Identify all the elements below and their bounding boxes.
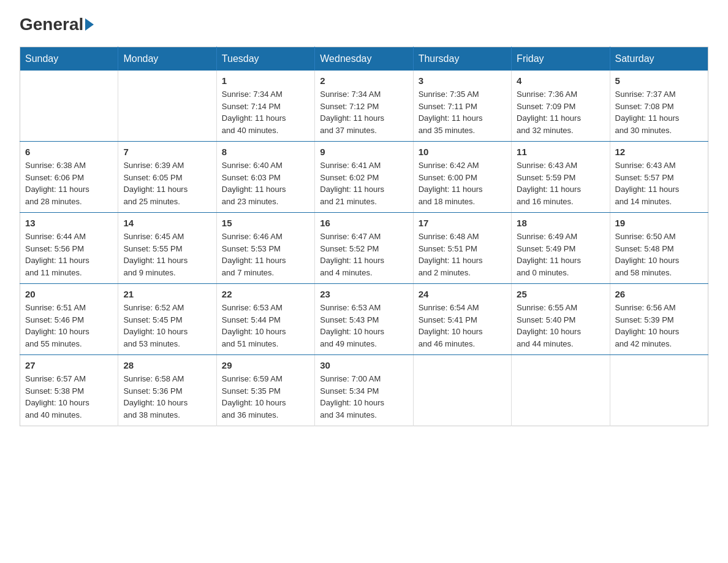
- day-info: Sunrise: 6:46 AM Sunset: 5:53 PM Dayligh…: [222, 231, 309, 278]
- day-number: 23: [320, 289, 408, 299]
- day-info: Sunrise: 7:37 AM Sunset: 7:08 PM Dayligh…: [615, 88, 703, 136]
- day-info: Sunrise: 6:53 AM Sunset: 5:44 PM Dayligh…: [222, 302, 309, 350]
- day-number: 7: [123, 147, 211, 157]
- day-number: 9: [320, 147, 408, 157]
- weekday-header-friday: Friday: [512, 47, 610, 71]
- day-info: Sunrise: 7:34 AM Sunset: 7:12 PM Dayligh…: [320, 88, 408, 136]
- day-number: 5: [615, 75, 703, 86]
- day-info: Sunrise: 6:41 AM Sunset: 6:02 PM Dayligh…: [320, 159, 408, 207]
- calendar-cell: 13Sunrise: 6:44 AM Sunset: 5:56 PM Dayli…: [20, 213, 118, 284]
- day-number: 4: [517, 75, 604, 86]
- day-number: 30: [320, 360, 408, 370]
- day-info: Sunrise: 6:52 AM Sunset: 5:45 PM Dayligh…: [123, 302, 211, 350]
- day-number: 13: [25, 218, 113, 228]
- day-info: Sunrise: 6:49 AM Sunset: 5:49 PM Dayligh…: [517, 231, 604, 278]
- day-number: 21: [123, 289, 211, 299]
- day-info: Sunrise: 7:34 AM Sunset: 7:14 PM Dayligh…: [222, 88, 309, 136]
- day-number: 27: [25, 360, 113, 370]
- calendar-cell: 4Sunrise: 7:36 AM Sunset: 7:09 PM Daylig…: [512, 71, 610, 142]
- calendar-cell: 20Sunrise: 6:51 AM Sunset: 5:46 PM Dayli…: [20, 284, 118, 355]
- day-number: 25: [517, 289, 604, 299]
- day-number: 19: [615, 218, 703, 228]
- calendar-table: SundayMondayTuesdayWednesdayThursdayFrid…: [20, 47, 708, 426]
- calendar-cell: 16Sunrise: 6:47 AM Sunset: 5:52 PM Dayli…: [315, 213, 413, 284]
- day-number: 1: [222, 75, 309, 86]
- calendar-cell: [413, 355, 511, 426]
- calendar-cell: 1Sunrise: 7:34 AM Sunset: 7:14 PM Daylig…: [216, 71, 314, 142]
- calendar-cell: 23Sunrise: 6:53 AM Sunset: 5:43 PM Dayli…: [315, 284, 413, 355]
- day-number: 12: [615, 147, 703, 157]
- calendar-week-row: 13Sunrise: 6:44 AM Sunset: 5:56 PM Dayli…: [20, 213, 708, 284]
- logo-general-text: General: [20, 15, 83, 34]
- day-number: 26: [615, 289, 703, 299]
- weekday-header-row: SundayMondayTuesdayWednesdayThursdayFrid…: [20, 47, 708, 71]
- day-number: 24: [419, 289, 506, 299]
- calendar-cell: [20, 71, 118, 142]
- calendar-cell: 3Sunrise: 7:35 AM Sunset: 7:11 PM Daylig…: [413, 71, 511, 142]
- weekday-header-wednesday: Wednesday: [315, 47, 413, 71]
- logo: General: [20, 15, 96, 34]
- day-info: Sunrise: 6:56 AM Sunset: 5:39 PM Dayligh…: [615, 302, 703, 350]
- calendar-week-row: 6Sunrise: 6:38 AM Sunset: 6:06 PM Daylig…: [20, 142, 708, 213]
- weekday-header-saturday: Saturday: [610, 47, 708, 71]
- day-number: 3: [419, 75, 506, 86]
- weekday-header-sunday: Sunday: [20, 47, 118, 71]
- calendar-week-row: 1Sunrise: 7:34 AM Sunset: 7:14 PM Daylig…: [20, 71, 708, 142]
- calendar-cell: 24Sunrise: 6:54 AM Sunset: 5:41 PM Dayli…: [413, 284, 511, 355]
- day-number: 29: [222, 360, 309, 370]
- calendar-week-row: 27Sunrise: 6:57 AM Sunset: 5:38 PM Dayli…: [20, 355, 708, 426]
- day-number: 14: [123, 218, 211, 228]
- calendar-cell: 18Sunrise: 6:49 AM Sunset: 5:49 PM Dayli…: [512, 213, 610, 284]
- calendar-cell: 30Sunrise: 7:00 AM Sunset: 5:34 PM Dayli…: [315, 355, 413, 426]
- calendar-week-row: 20Sunrise: 6:51 AM Sunset: 5:46 PM Dayli…: [20, 284, 708, 355]
- day-info: Sunrise: 7:35 AM Sunset: 7:11 PM Dayligh…: [419, 88, 506, 136]
- calendar-cell: 5Sunrise: 7:37 AM Sunset: 7:08 PM Daylig…: [610, 71, 708, 142]
- day-info: Sunrise: 6:40 AM Sunset: 6:03 PM Dayligh…: [222, 159, 309, 207]
- weekday-header-monday: Monday: [118, 47, 216, 71]
- calendar-cell: 11Sunrise: 6:43 AM Sunset: 5:59 PM Dayli…: [512, 142, 610, 213]
- day-info: Sunrise: 6:45 AM Sunset: 5:55 PM Dayligh…: [123, 231, 211, 278]
- day-info: Sunrise: 6:53 AM Sunset: 5:43 PM Dayligh…: [320, 302, 408, 350]
- day-number: 17: [419, 218, 506, 228]
- day-number: 22: [222, 289, 309, 299]
- day-info: Sunrise: 6:59 AM Sunset: 5:35 PM Dayligh…: [222, 373, 309, 421]
- day-info: Sunrise: 6:42 AM Sunset: 6:00 PM Dayligh…: [419, 159, 506, 207]
- day-info: Sunrise: 6:50 AM Sunset: 5:48 PM Dayligh…: [615, 231, 703, 278]
- weekday-header-tuesday: Tuesday: [216, 47, 314, 71]
- calendar-cell: 27Sunrise: 6:57 AM Sunset: 5:38 PM Dayli…: [20, 355, 118, 426]
- day-info: Sunrise: 6:44 AM Sunset: 5:56 PM Dayligh…: [25, 231, 113, 278]
- day-number: 20: [25, 289, 113, 299]
- day-number: 18: [517, 218, 604, 228]
- day-info: Sunrise: 6:54 AM Sunset: 5:41 PM Dayligh…: [419, 302, 506, 350]
- day-number: 11: [517, 147, 604, 157]
- page-header: General: [20, 15, 708, 34]
- weekday-header-thursday: Thursday: [413, 47, 511, 71]
- calendar-cell: 9Sunrise: 6:41 AM Sunset: 6:02 PM Daylig…: [315, 142, 413, 213]
- calendar-cell: 28Sunrise: 6:58 AM Sunset: 5:36 PM Dayli…: [118, 355, 216, 426]
- calendar-cell: 14Sunrise: 6:45 AM Sunset: 5:55 PM Dayli…: [118, 213, 216, 284]
- calendar-cell: 6Sunrise: 6:38 AM Sunset: 6:06 PM Daylig…: [20, 142, 118, 213]
- calendar-cell: 29Sunrise: 6:59 AM Sunset: 5:35 PM Dayli…: [216, 355, 314, 426]
- calendar-cell: [118, 71, 216, 142]
- day-number: 10: [419, 147, 506, 157]
- calendar-cell: 26Sunrise: 6:56 AM Sunset: 5:39 PM Dayli…: [610, 284, 708, 355]
- calendar-cell: [512, 355, 610, 426]
- day-info: Sunrise: 7:00 AM Sunset: 5:34 PM Dayligh…: [320, 373, 408, 421]
- calendar-cell: 17Sunrise: 6:48 AM Sunset: 5:51 PM Dayli…: [413, 213, 511, 284]
- calendar-cell: 12Sunrise: 6:43 AM Sunset: 5:57 PM Dayli…: [610, 142, 708, 213]
- calendar-cell: 25Sunrise: 6:55 AM Sunset: 5:40 PM Dayli…: [512, 284, 610, 355]
- day-info: Sunrise: 6:39 AM Sunset: 6:05 PM Dayligh…: [123, 159, 211, 207]
- calendar-cell: 2Sunrise: 7:34 AM Sunset: 7:12 PM Daylig…: [315, 71, 413, 142]
- day-info: Sunrise: 6:38 AM Sunset: 6:06 PM Dayligh…: [25, 159, 113, 207]
- day-info: Sunrise: 6:58 AM Sunset: 5:36 PM Dayligh…: [123, 373, 211, 421]
- day-number: 28: [123, 360, 211, 370]
- day-info: Sunrise: 6:55 AM Sunset: 5:40 PM Dayligh…: [517, 302, 604, 350]
- calendar-cell: [610, 355, 708, 426]
- day-info: Sunrise: 6:43 AM Sunset: 5:57 PM Dayligh…: [615, 159, 703, 207]
- day-info: Sunrise: 6:51 AM Sunset: 5:46 PM Dayligh…: [25, 302, 113, 350]
- day-info: Sunrise: 6:57 AM Sunset: 5:38 PM Dayligh…: [25, 373, 113, 421]
- day-number: 2: [320, 75, 408, 86]
- calendar-cell: 7Sunrise: 6:39 AM Sunset: 6:05 PM Daylig…: [118, 142, 216, 213]
- calendar-cell: 15Sunrise: 6:46 AM Sunset: 5:53 PM Dayli…: [216, 213, 314, 284]
- day-number: 6: [25, 147, 113, 157]
